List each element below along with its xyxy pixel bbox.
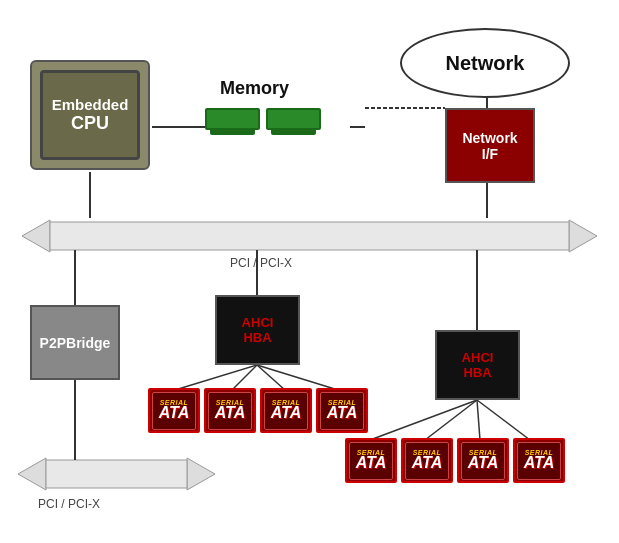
svg-rect-8: [50, 222, 569, 250]
svg-line-13: [232, 365, 257, 390]
netif-label-line2: I/F: [482, 146, 498, 162]
svg-line-18: [477, 400, 480, 440]
svg-rect-22: [46, 460, 187, 488]
diagram: Network Embedded CPU Memory Network I/F …: [0, 0, 619, 543]
ahci-hba-box-1: AHCI HBA: [215, 295, 300, 365]
memory-label: Memory: [220, 78, 289, 99]
svg-line-17: [425, 400, 477, 440]
cpu-label-line2: CPU: [71, 113, 109, 134]
netif-box: Network I/F: [445, 108, 535, 183]
ahci1-label-line2: HBA: [243, 330, 271, 345]
sata-icon-6: SERIAL ATA: [401, 438, 453, 483]
svg-line-14: [257, 365, 285, 390]
sata-group-1: SERIAL ATA SERIAL ATA SERIAL ATA SERIAL …: [148, 388, 368, 433]
network-ellipse-label: Network: [446, 52, 525, 75]
ahci-hba-box-2: AHCI HBA: [435, 330, 520, 400]
sata-icon-8: SERIAL ATA: [513, 438, 565, 483]
ahci2-label-line2: HBA: [463, 365, 491, 380]
sata-icon-1: SERIAL ATA: [148, 388, 200, 433]
netif-label-line1: Network: [462, 130, 517, 146]
p2p-label-line2: Bridge: [66, 335, 110, 351]
svg-marker-7: [569, 220, 597, 252]
sata-group-2: SERIAL ATA SERIAL ATA SERIAL ATA SERIAL …: [345, 438, 565, 483]
sata-icon-5: SERIAL ATA: [345, 438, 397, 483]
cpu-box: Embedded CPU: [30, 60, 150, 170]
sata-icon-7: SERIAL ATA: [457, 438, 509, 483]
sata-icon-3: SERIAL ATA: [260, 388, 312, 433]
svg-line-12: [175, 365, 257, 390]
svg-marker-6: [22, 220, 50, 252]
svg-marker-21: [187, 458, 215, 490]
svg-line-15: [257, 365, 338, 390]
cpu-label-line1: Embedded: [52, 96, 129, 113]
pci-label-main: PCI / PCI-X: [230, 256, 292, 270]
memory-stick-2: [266, 108, 321, 130]
svg-line-16: [370, 400, 477, 440]
pci-label-bottom: PCI / PCI-X: [38, 497, 100, 511]
memory-stick-1: [205, 108, 260, 130]
sata-icon-2: SERIAL ATA: [204, 388, 256, 433]
cpu-inner: Embedded CPU: [40, 70, 140, 160]
svg-marker-20: [18, 458, 46, 490]
network-ellipse: Network: [400, 28, 570, 98]
ahci1-label-line1: AHCI: [242, 315, 274, 330]
p2p-label-line1: P2P: [40, 335, 66, 351]
ahci2-label-line1: AHCI: [462, 350, 494, 365]
sata-icon-4: SERIAL ATA: [316, 388, 368, 433]
svg-line-19: [477, 400, 530, 440]
p2p-bridge-box: P2P Bridge: [30, 305, 120, 380]
memory-sticks: [205, 108, 321, 130]
